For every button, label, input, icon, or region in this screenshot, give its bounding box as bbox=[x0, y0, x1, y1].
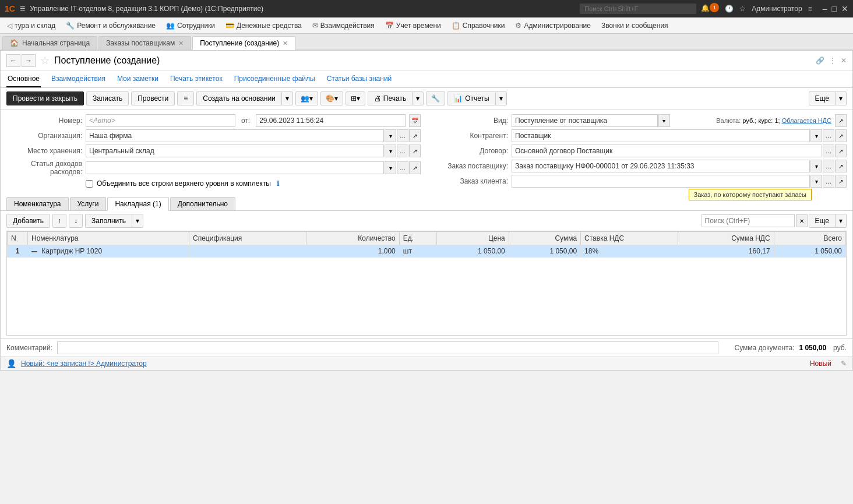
doc-tab-attached-files[interactable]: Присоединенные файлы bbox=[233, 71, 316, 87]
customer-order-dropdown-button[interactable]: ▾ bbox=[810, 175, 822, 188]
row-vat-sum[interactable]: 160,17 bbox=[678, 245, 774, 258]
add-row-button[interactable]: Добавить bbox=[6, 214, 50, 228]
inner-tab-invoice[interactable]: Накладная (1) bbox=[107, 197, 168, 211]
menu-item-employees[interactable]: 👥 Сотрудники bbox=[161, 20, 220, 31]
fill-dropdown[interactable]: ▾ bbox=[132, 214, 143, 228]
date-input[interactable] bbox=[256, 114, 406, 127]
contract-open-button[interactable]: ↗ bbox=[835, 144, 847, 157]
doc-tab-main[interactable]: Основное bbox=[6, 71, 41, 87]
menu-item-time[interactable]: 📅 Учет времени bbox=[380, 20, 446, 31]
contractor-dropdown-button[interactable]: ▾ bbox=[810, 129, 822, 142]
list-view-button[interactable]: ≡ bbox=[177, 91, 194, 105]
kind-input[interactable] bbox=[512, 114, 658, 127]
table-more-button[interactable]: Еще bbox=[809, 214, 835, 228]
income-open-button[interactable]: ↗ bbox=[409, 161, 421, 174]
tab-supplier-orders[interactable]: Заказы поставщикам ✕ bbox=[98, 36, 191, 50]
post-close-button[interactable]: Провести и закрыть bbox=[6, 91, 84, 105]
menu-item-money[interactable]: 💳 Денежные средства bbox=[221, 20, 306, 31]
row-total[interactable]: 1 050,00 bbox=[774, 245, 845, 258]
contractor-browse-button[interactable]: … bbox=[823, 129, 834, 142]
table-row[interactable]: 1 Картридж HP 1020 1,000 шт 1 050,00 1 0… bbox=[8, 245, 846, 258]
inner-tab-additional[interactable]: Дополнительно bbox=[170, 197, 235, 210]
table-search-input[interactable] bbox=[702, 214, 795, 227]
print-button[interactable]: 🖨 Печать bbox=[368, 91, 412, 105]
close-doc-button[interactable]: ✕ bbox=[841, 57, 847, 65]
status-link[interactable]: Новый: <не записан !> Администратор bbox=[21, 360, 147, 368]
menu-item-references[interactable]: 📋 Справочники bbox=[447, 20, 510, 31]
customer-order-input[interactable] bbox=[512, 175, 810, 188]
forward-button[interactable]: → bbox=[22, 54, 36, 67]
history-icon[interactable]: 🕐 bbox=[725, 5, 734, 13]
supplier-order-dropdown-button[interactable]: ▾ bbox=[810, 160, 822, 172]
maximize-button[interactable]: □ bbox=[832, 4, 837, 13]
close-tab-receipt[interactable]: ✕ bbox=[283, 40, 288, 47]
tax-link[interactable]: Облагается НДС bbox=[782, 117, 831, 124]
kind-dropdown-button[interactable]: ▾ bbox=[658, 114, 670, 127]
favorites-icon[interactable]: ☆ bbox=[739, 5, 746, 13]
row-price[interactable]: 1 050,00 bbox=[437, 245, 509, 258]
doc-tab-knowledge-base[interactable]: Статьи базы знаний bbox=[326, 71, 393, 87]
income-input[interactable] bbox=[86, 161, 384, 174]
storage-open-button[interactable]: ↗ bbox=[409, 144, 421, 157]
table-more-dropdown[interactable]: ▾ bbox=[835, 214, 847, 228]
row-vat-rate[interactable]: 18% bbox=[581, 245, 678, 258]
storage-dropdown-button[interactable]: ▾ bbox=[385, 144, 396, 157]
row-sum[interactable]: 1 050,00 bbox=[509, 245, 580, 258]
move-up-button[interactable]: ↑ bbox=[52, 214, 66, 228]
more-dropdown[interactable]: ▾ bbox=[835, 91, 847, 105]
info-icon[interactable]: ℹ bbox=[277, 179, 280, 188]
notification-icon[interactable]: 🔔1 bbox=[701, 4, 719, 13]
row-unit[interactable]: шт bbox=[399, 245, 437, 258]
tools-button[interactable]: 🔧 bbox=[426, 91, 445, 105]
create-basis-button[interactable]: Создать на основании bbox=[196, 91, 281, 105]
global-search-input[interactable] bbox=[580, 3, 696, 14]
org-open-button[interactable]: ↗ bbox=[409, 129, 421, 142]
org-input[interactable] bbox=[86, 129, 384, 142]
reports-button[interactable]: 📊 Отчеты bbox=[447, 91, 495, 105]
income-browse-button[interactable]: … bbox=[397, 161, 408, 174]
bookmark-icon[interactable]: ☆ bbox=[40, 54, 50, 67]
menu-item-warehouse[interactable]: ◁ тура и склад bbox=[2, 20, 60, 31]
income-dropdown-button[interactable]: ▾ bbox=[385, 161, 396, 174]
menu-item-calls[interactable]: Звонки и сообщения bbox=[597, 20, 673, 31]
move-down-button[interactable]: ↓ bbox=[69, 214, 83, 228]
comment-input[interactable] bbox=[57, 341, 718, 354]
menu-item-repair[interactable]: 🔧 Ремонт и обслуживание bbox=[61, 20, 160, 31]
number-input[interactable] bbox=[86, 114, 235, 127]
combine-checkbox[interactable] bbox=[86, 180, 93, 188]
back-button[interactable]: ← bbox=[6, 54, 20, 67]
reports-dropdown[interactable]: ▾ bbox=[495, 91, 507, 105]
org-dropdown-button[interactable]: ▾ bbox=[385, 129, 396, 142]
storage-browse-button[interactable]: … bbox=[397, 144, 408, 157]
fill-button[interactable]: Заполнить bbox=[85, 214, 132, 228]
menu-item-admin[interactable]: ⚙ Администрирование bbox=[510, 20, 595, 31]
row-name[interactable]: Картридж HP 1020 bbox=[28, 245, 189, 258]
contractor-input[interactable] bbox=[512, 129, 810, 142]
hamburger-menu-icon[interactable]: ≡ bbox=[20, 3, 25, 14]
menu-item-interactions[interactable]: ✉ Взаимодействия bbox=[308, 20, 379, 31]
more-options-icon[interactable]: ⋮ bbox=[829, 57, 836, 65]
doc-tab-print-labels[interactable]: Печать этикеток bbox=[169, 71, 224, 87]
row-qty[interactable]: 1,000 bbox=[306, 245, 399, 258]
supplier-order-open-button[interactable]: ↗ bbox=[835, 160, 847, 172]
settings-icon[interactable]: ≡ bbox=[808, 5, 812, 13]
tab-receipt[interactable]: Поступление (создание) ✕ bbox=[192, 36, 295, 50]
inner-tab-nomenclature[interactable]: Номенклатура bbox=[6, 197, 69, 210]
org-browse-button[interactable]: … bbox=[397, 129, 408, 142]
supplier-order-browse-button[interactable]: … bbox=[823, 160, 834, 172]
group-button[interactable]: 👥▾ bbox=[295, 91, 318, 105]
minimize-button[interactable]: – bbox=[823, 4, 827, 13]
inner-tab-services[interactable]: Услуги bbox=[70, 197, 107, 210]
link-icon[interactable]: 🔗 bbox=[816, 57, 824, 65]
more-button[interactable]: Еще bbox=[809, 91, 835, 105]
doc-tab-notes[interactable]: Мои заметки bbox=[116, 71, 160, 87]
print-dropdown[interactable]: ▾ bbox=[412, 91, 424, 105]
contract-input[interactable] bbox=[512, 144, 822, 157]
customer-order-browse-button[interactable]: … bbox=[823, 175, 834, 188]
contract-browse-button[interactable]: … bbox=[823, 144, 834, 157]
tab-home[interactable]: 🏠 Начальная страница bbox=[2, 36, 97, 50]
color-button[interactable]: 🎨▾ bbox=[320, 91, 343, 105]
table-search-clear[interactable]: ✕ bbox=[796, 214, 808, 227]
row-spec[interactable] bbox=[189, 245, 306, 258]
close-tab-supplier-orders[interactable]: ✕ bbox=[178, 40, 184, 47]
